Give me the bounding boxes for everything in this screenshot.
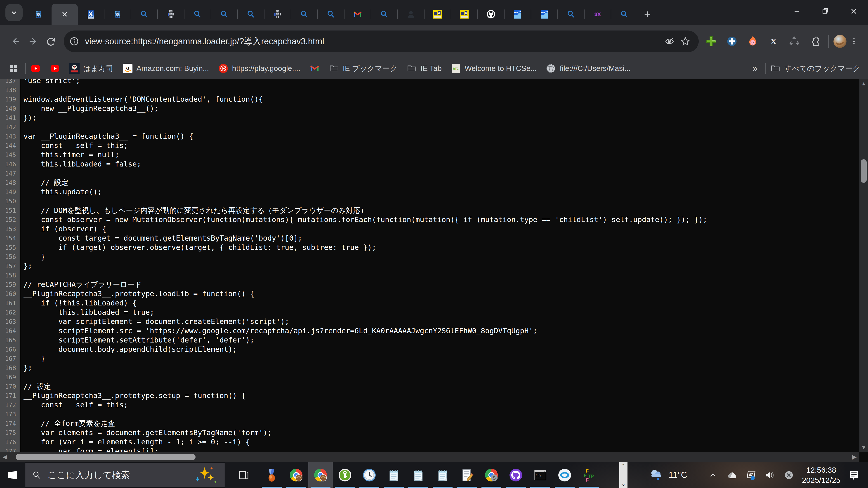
taskbar-scroll-up[interactable]: ⌃ (621, 463, 626, 469)
back-button[interactable] (7, 33, 24, 50)
tab[interactable] (504, 4, 531, 25)
ffftp[interactable]: FFFTP (577, 462, 601, 488)
tab[interactable] (344, 4, 371, 25)
tab[interactable] (184, 4, 211, 25)
tab[interactable] (478, 4, 504, 25)
notepad-2[interactable] (406, 462, 430, 488)
scroll-right-arrow[interactable]: ▶ (852, 453, 857, 460)
scroll-left-arrow[interactable]: ◀ (3, 453, 7, 460)
bookmark-item[interactable]: https://play.google.... (218, 63, 301, 74)
all-bookmarks-folder[interactable]: すべてのブックマーク (770, 63, 860, 74)
taskbar-search-box[interactable]: ここに入力して検索 (25, 463, 225, 487)
weather-widget[interactable]: 11°C (648, 468, 687, 482)
notepad-1[interactable] (381, 462, 406, 488)
chrome-s[interactable]: S (479, 462, 504, 488)
ext-blue-plus[interactable] (723, 33, 740, 50)
code-line: 154 const target = document.getElementsB… (0, 234, 707, 243)
notepad-3[interactable] (430, 462, 455, 488)
url-text[interactable]: view-source:https://neogamma.loader.jp/?… (85, 36, 324, 47)
taskbar-scroll-strip[interactable]: ⌃ ⌄ (619, 462, 627, 488)
tracking-protection-button[interactable] (662, 33, 677, 49)
ext-flame[interactable] (744, 33, 761, 50)
scroll-up-arrow[interactable]: ▲ (860, 80, 868, 87)
bookmark-item[interactable] (50, 63, 60, 74)
tab[interactable] (531, 4, 557, 25)
app-clock[interactable] (357, 462, 381, 488)
code-line: 137'use strict'; (0, 79, 707, 86)
tab-active[interactable] (52, 4, 78, 25)
bookmark-star-button[interactable] (677, 33, 693, 49)
tab[interactable] (131, 4, 157, 25)
forward-button[interactable] (24, 33, 42, 50)
bookmark-item[interactable]: IE ブックマーク (329, 63, 398, 74)
close-window-button[interactable] (839, 0, 868, 23)
tab[interactable] (25, 4, 52, 25)
app-blue-lens[interactable] (553, 462, 577, 488)
bookmark-item[interactable]: はま寿司 (69, 63, 114, 74)
horizontal-scrollbar[interactable]: ◀ ▶ (0, 452, 860, 462)
task-view-button[interactable] (234, 462, 253, 488)
bookmark-item[interactable]: IE Tab (407, 63, 442, 74)
github-desktop[interactable] (504, 462, 528, 488)
scroll-down-arrow[interactable]: ▼ (860, 445, 868, 451)
search-highlights-icon[interactable] (193, 466, 218, 484)
volume-icon[interactable] (764, 469, 776, 481)
tab[interactable] (558, 4, 584, 25)
taskbar-clock[interactable]: 12:56:38 2025/12/25 (802, 465, 840, 485)
vertical-scrollbar[interactable]: ▲ ▼ (860, 79, 868, 452)
tab[interactable] (291, 4, 317, 25)
onedrive-icon[interactable] (726, 469, 738, 481)
chrome-profile-1[interactable] (284, 462, 308, 488)
bookmarks-overflow-button[interactable]: » (749, 64, 761, 74)
tab[interactable] (318, 4, 344, 25)
app-green-key[interactable] (333, 462, 357, 488)
bookmark-item[interactable] (30, 63, 41, 74)
tab[interactable]: 3X (585, 4, 611, 25)
horizontal-scroll-thumb[interactable] (16, 454, 195, 460)
address-bar[interactable]: view-source:https://neogamma.loader.jp/?… (64, 31, 699, 52)
tab[interactable] (611, 4, 638, 25)
profile-avatar[interactable] (833, 35, 847, 48)
tab[interactable] (211, 4, 237, 25)
vertical-scroll-thumb[interactable] (861, 159, 867, 183)
github-icon (486, 9, 496, 19)
action-center-icon[interactable] (848, 469, 860, 482)
start-button[interactable] (0, 462, 25, 488)
reload-button[interactable] (42, 33, 60, 50)
app-medal[interactable] (259, 462, 284, 488)
tab[interactable] (425, 4, 451, 25)
tab[interactable] (238, 4, 264, 25)
bookmark-item[interactable]: file:///C:/Users/Masi... (546, 63, 631, 74)
tab[interactable] (158, 4, 184, 25)
ext-green-plus[interactable] (703, 33, 719, 50)
tab[interactable] (78, 4, 104, 25)
display-sync-icon[interactable] (745, 469, 757, 481)
new-tab-button[interactable] (638, 4, 657, 25)
status-x-icon[interactable] (783, 469, 795, 481)
tab[interactable] (104, 4, 131, 25)
browser-menu-button[interactable] (847, 33, 861, 50)
bookmark-item[interactable]: aAmazon.com: Buyin... (123, 63, 209, 74)
bookmark-item[interactable] (309, 63, 320, 74)
extensions-menu[interactable] (807, 33, 824, 50)
tray-expand-icon[interactable] (707, 469, 719, 481)
bookmarks-separator-right (765, 63, 766, 74)
apps-grid-button[interactable] (6, 61, 21, 76)
command-prompt[interactable]: C:\_ (528, 462, 553, 488)
tab[interactable] (451, 4, 477, 25)
ext-recycle[interactable] (786, 33, 803, 50)
restore-button[interactable] (811, 0, 839, 23)
tab[interactable] (265, 4, 291, 25)
ext-x[interactable]: X (765, 33, 782, 50)
minimize-button[interactable] (782, 0, 811, 23)
chrome-profile-2[interactable] (308, 462, 333, 488)
taskbar-scroll-down[interactable]: ⌄ (621, 481, 626, 487)
tab-close-icon[interactable] (60, 9, 69, 19)
tab-search-button[interactable] (5, 4, 23, 21)
star-icon (680, 36, 691, 47)
tab[interactable] (398, 4, 424, 25)
page-info-icon[interactable] (68, 35, 80, 47)
tab[interactable] (371, 4, 397, 25)
bookmark-item[interactable]: hTCWelcome to HTCSe... (451, 63, 537, 74)
text-editor[interactable] (455, 462, 479, 488)
